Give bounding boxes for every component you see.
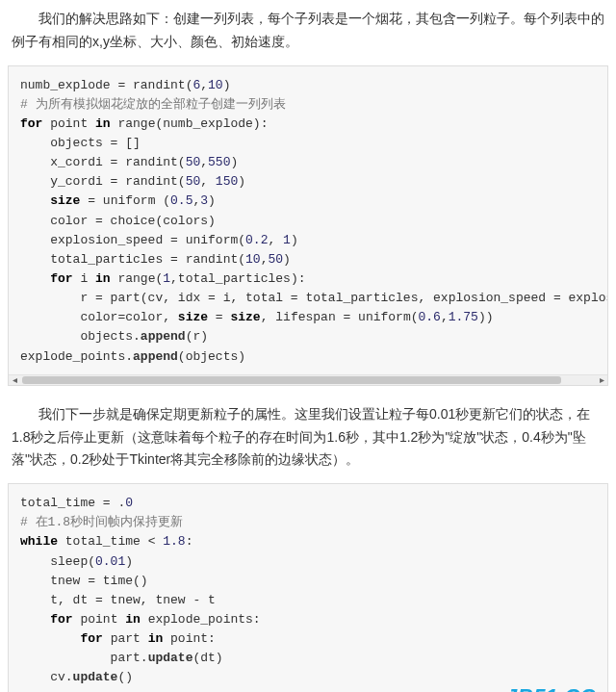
scroll-left-icon[interactable]: ◂ — [9, 374, 20, 386]
article-page: 我们的解决思路如下：创建一列列表，每个子列表是一个烟花，其包含一列粒子。每个列表… — [0, 0, 616, 692]
horizontal-scrollbar[interactable]: ◂ ▸ — [9, 374, 607, 385]
code-line: for point in range(numb_explode): — [20, 116, 268, 131]
code-block-1-wrap: numb_explode = randint(6,10) # 为所有模拟烟花绽放… — [8, 65, 608, 386]
code-line: total_time = .0 — [20, 496, 133, 510]
code-comment: # 为所有模拟烟花绽放的全部粒子创建一列列表 — [20, 97, 286, 112]
code-line: x_cordi = randint(50,550) — [20, 155, 238, 169]
code-line: cv.update() — [20, 670, 133, 684]
code-line: objects.append(r) — [20, 329, 208, 344]
code-line: y_cordi = randint(50, 150) — [20, 174, 245, 189]
code-line: size = uniform (0.5,3) — [20, 193, 216, 208]
code-line: while total_time < 1.8: — [20, 534, 192, 549]
code-line: sleep(0.01) — [20, 554, 133, 569]
code-block-2[interactable]: total_time = .0 # 在1.8秒时间帧内保持更新 while to… — [9, 484, 607, 692]
paragraph-2: 我们下一步就是确保定期更新粒子的属性。这里我们设置让粒子每0.01秒更新它们的状… — [0, 396, 616, 477]
code-line: for part in point: — [20, 631, 216, 646]
code-comment: # 在1.8秒时间帧内保持更新 — [20, 515, 183, 529]
scroll-thumb[interactable] — [22, 376, 561, 384]
code-line: for i in range(1,total_particles): — [20, 271, 306, 286]
code-line: explode_points.append(objects) — [20, 349, 245, 364]
code-block-1[interactable]: numb_explode = randint(6,10) # 为所有模拟烟花绽放… — [9, 66, 607, 374]
code-line: for point in explode_points: — [20, 612, 261, 627]
code-line: r = part(cv, idx = i, total = total_part… — [20, 291, 608, 305]
code-line: color=color, size = size, lifespan = uni… — [20, 310, 494, 324]
code-line: numb_explode = randint(6,10) — [20, 78, 230, 92]
code-line: explosion_speed = uniform(0.2, 1) — [20, 233, 298, 247]
code-line: objects = [] — [20, 136, 141, 150]
code-line: total_particles = randint(10,50) — [20, 252, 291, 267]
scroll-right-icon[interactable]: ▸ — [596, 374, 607, 386]
code-block-2-wrap: total_time = .0 # 在1.8秒时间帧内保持更新 while to… — [8, 483, 608, 692]
code-line: t, dt = tnew, tnew - t — [20, 593, 216, 607]
code-line: color = choice(colors) — [20, 214, 216, 228]
code-line: part.update(dt) — [20, 651, 223, 665]
paragraph-1: 我们的解决思路如下：创建一列列表，每个子列表是一个烟花，其包含一列粒子。每个列表… — [0, 0, 616, 60]
code-line: tnew = time() — [20, 574, 148, 588]
